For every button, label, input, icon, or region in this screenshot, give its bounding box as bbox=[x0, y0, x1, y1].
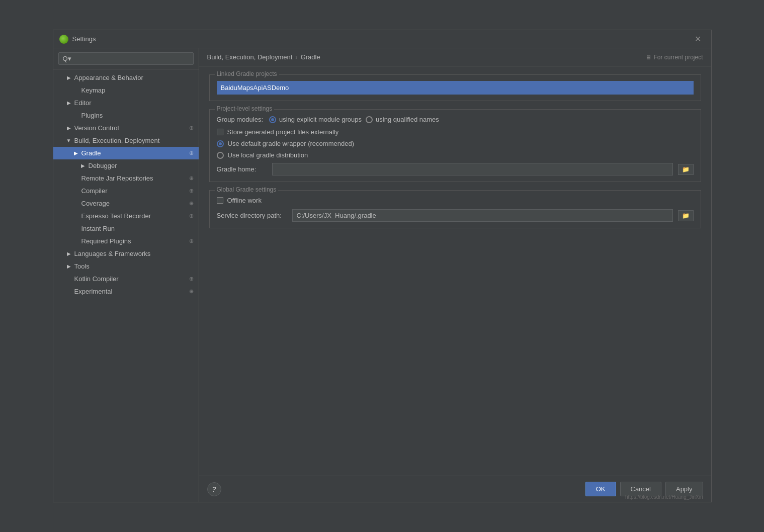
sidebar-item-label: Languages & Frameworks bbox=[74, 250, 151, 257]
sidebar-item-tools[interactable]: ▶ Tools bbox=[53, 260, 199, 273]
sidebar-item-espresso[interactable]: Espresso Test Recorder ⊕ bbox=[53, 210, 199, 222]
sidebar-item-label: Kotlin Compiler bbox=[74, 275, 119, 283]
gradle-home-input[interactable] bbox=[272, 163, 673, 175]
arrow-icon bbox=[72, 238, 79, 245]
search-input[interactable] bbox=[58, 52, 194, 65]
sidebar-item-coverage[interactable]: Coverage ⊕ bbox=[53, 197, 199, 210]
copy-icon: ⊕ bbox=[189, 125, 194, 131]
gradle-home-row: Gradle home: 📁 bbox=[217, 163, 694, 175]
radio-explicit-icon bbox=[269, 116, 276, 123]
sidebar-item-label: Required Plugins bbox=[81, 237, 131, 245]
sidebar: ▶ Appearance & Behavior Keymap ▶ Editor … bbox=[53, 48, 199, 502]
service-dir-browse-button[interactable]: 📁 bbox=[678, 210, 694, 221]
copy-icon: ⊕ bbox=[189, 288, 194, 295]
global-settings-label: Global Gradle settings bbox=[215, 186, 279, 193]
project-label: For current project bbox=[653, 54, 703, 61]
copy-icon: ⊕ bbox=[189, 175, 194, 182]
sidebar-item-label: Keymap bbox=[81, 86, 106, 94]
nav-tree: ▶ Appearance & Behavior Keymap ▶ Editor … bbox=[53, 69, 199, 502]
arrow-icon bbox=[72, 87, 79, 94]
sidebar-item-remote-jar[interactable]: Remote Jar Repositories ⊕ bbox=[53, 172, 199, 185]
sidebar-item-instant-run[interactable]: Instant Run bbox=[53, 222, 199, 235]
help-button[interactable]: ? bbox=[207, 482, 221, 496]
sidebar-item-required-plugins[interactable]: Required Plugins ⊕ bbox=[53, 235, 199, 247]
sidebar-item-label: Remote Jar Repositories bbox=[81, 174, 153, 182]
group-modules-row: Group modules: using explicit module gro… bbox=[217, 116, 694, 123]
use-local-gradle-radio[interactable] bbox=[217, 152, 224, 159]
project-settings-group: Project-level settings Group modules: us… bbox=[209, 109, 701, 182]
ok-button[interactable]: OK bbox=[585, 482, 616, 496]
arrow-icon: ▶ bbox=[65, 74, 72, 81]
sidebar-item-label: Debugger bbox=[89, 162, 117, 169]
service-dir-input[interactable] bbox=[292, 209, 673, 222]
sidebar-item-label: Gradle bbox=[81, 149, 101, 157]
linked-projects-label: Linked Gradle projects bbox=[215, 70, 279, 77]
sidebar-item-label: Espresso Test Recorder bbox=[81, 212, 151, 220]
arrow-icon bbox=[72, 175, 79, 182]
arrow-icon bbox=[65, 276, 72, 283]
radio-qualified-label: using qualified names bbox=[376, 116, 439, 123]
arrow-icon: ▶ bbox=[72, 150, 79, 157]
store-generated-label: Store generated project files externally bbox=[227, 128, 339, 136]
sidebar-item-label: Tools bbox=[74, 262, 90, 270]
store-generated-row: Store generated project files externally bbox=[217, 128, 694, 136]
breadcrumb-project: 🖥 For current project bbox=[645, 54, 703, 61]
sidebar-item-languages[interactable]: ▶ Languages & Frameworks bbox=[53, 247, 199, 260]
breadcrumb-parent: Build, Execution, Deployment bbox=[207, 53, 293, 61]
use-default-gradle-row: Use default gradle wrapper (recommended) bbox=[217, 140, 694, 147]
linked-projects-list: BaiduMapsApiASDemo bbox=[217, 81, 694, 95]
sidebar-item-plugins[interactable]: Plugins bbox=[53, 109, 199, 122]
radio-qualified-names[interactable]: using qualified names bbox=[366, 116, 439, 123]
copy-icon: ⊕ bbox=[189, 213, 194, 219]
sidebar-item-appearance[interactable]: ▶ Appearance & Behavior bbox=[53, 71, 199, 84]
arrow-icon: ▶ bbox=[65, 125, 72, 132]
copy-icon: ⊕ bbox=[189, 188, 194, 194]
arrow-icon bbox=[72, 188, 79, 195]
arrow-icon bbox=[72, 112, 79, 119]
sidebar-item-keymap[interactable]: Keymap bbox=[53, 84, 199, 97]
copy-icon: ⊕ bbox=[189, 276, 194, 282]
sidebar-item-experimental[interactable]: Experimental ⊕ bbox=[53, 285, 199, 298]
linked-projects-content: BaiduMapsApiASDemo bbox=[210, 75, 701, 101]
breadcrumb-current: Gradle bbox=[301, 53, 320, 61]
settings-window: Settings ✕ ▶ Appearance & Behavior Keyma… bbox=[53, 30, 712, 502]
group-modules-label: Group modules: bbox=[217, 116, 264, 123]
window-title: Settings bbox=[72, 35, 691, 43]
arrow-icon: ▶ bbox=[79, 162, 87, 169]
gradle-home-browse-button[interactable]: 📁 bbox=[678, 164, 694, 175]
project-icon: 🖥 bbox=[645, 54, 651, 61]
service-dir-label: Service directory path: bbox=[217, 212, 287, 219]
arrow-icon: ▶ bbox=[65, 100, 72, 107]
list-item[interactable]: BaiduMapsApiASDemo bbox=[217, 81, 694, 95]
global-settings-group: Global Gradle settings Offline work Serv… bbox=[209, 190, 701, 228]
sidebar-item-label: Editor bbox=[74, 99, 92, 107]
radio-qualified-icon bbox=[366, 116, 373, 123]
main-panel: Build, Execution, Deployment › Gradle 🖥 … bbox=[199, 48, 711, 502]
arrow-icon: ▼ bbox=[65, 137, 72, 144]
sidebar-item-label: Compiler bbox=[81, 187, 108, 195]
sidebar-item-gradle[interactable]: ▶ Gradle ⊕ bbox=[53, 147, 199, 159]
copy-icon: ⊕ bbox=[189, 238, 194, 244]
offline-work-checkbox[interactable] bbox=[217, 197, 223, 204]
close-button[interactable]: ✕ bbox=[691, 32, 705, 46]
sidebar-item-compiler[interactable]: Compiler ⊕ bbox=[53, 185, 199, 197]
sidebar-item-debugger[interactable]: ▶ Debugger bbox=[53, 159, 199, 172]
global-settings-content: Offline work Service directory path: 📁 bbox=[210, 191, 701, 228]
sidebar-item-label: Coverage bbox=[81, 200, 110, 207]
sidebar-item-label: Build, Execution, Deployment bbox=[74, 137, 160, 144]
project-settings-content: Group modules: using explicit module gro… bbox=[210, 110, 701, 182]
search-bar bbox=[53, 48, 199, 69]
arrow-icon bbox=[72, 213, 79, 220]
sidebar-item-kotlin[interactable]: Kotlin Compiler ⊕ bbox=[53, 273, 199, 285]
sidebar-item-version-control[interactable]: ▶ Version Control ⊕ bbox=[53, 122, 199, 134]
arrow-icon bbox=[65, 288, 72, 295]
use-default-gradle-radio[interactable] bbox=[217, 140, 224, 147]
store-generated-checkbox[interactable] bbox=[217, 129, 223, 135]
offline-work-row: Offline work bbox=[217, 197, 694, 204]
title-bar: Settings ✕ bbox=[53, 30, 711, 48]
sidebar-item-build-exec[interactable]: ▼ Build, Execution, Deployment bbox=[53, 134, 199, 147]
project-settings-label: Project-level settings bbox=[215, 105, 275, 112]
linked-projects-group: Linked Gradle projects BaiduMapsApiASDem… bbox=[209, 74, 701, 101]
sidebar-item-editor[interactable]: ▶ Editor bbox=[53, 97, 199, 109]
radio-explicit-modules[interactable]: using explicit module groups bbox=[269, 116, 362, 123]
